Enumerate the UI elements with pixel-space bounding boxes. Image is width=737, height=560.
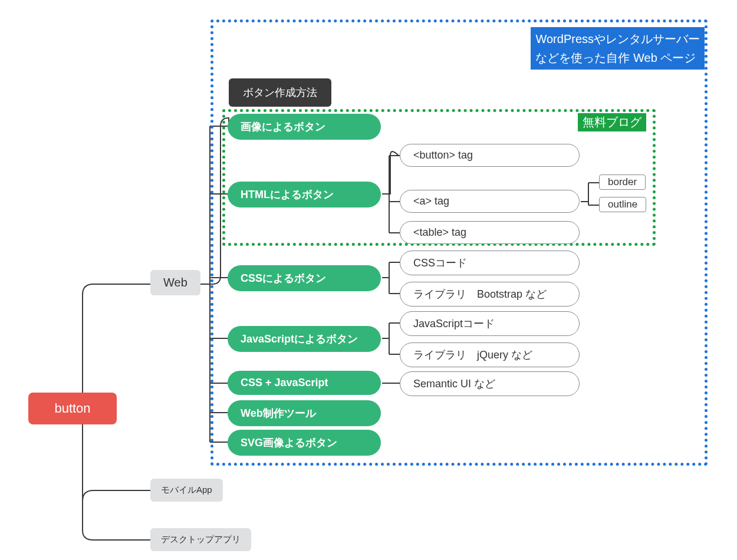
node-method-html: HTMLによるボタン (228, 182, 381, 207)
node-method-js: JavaScriptによるボタン (228, 326, 381, 352)
node-html-button-tag: <button> tag (400, 144, 580, 167)
node-html-table-tag: <table> tag (400, 221, 580, 244)
node-css-code: CSSコード (400, 251, 580, 275)
region-free-blog-label: 無料ブログ (578, 113, 646, 131)
node-js-lib: ライブラリ jQuery など (400, 342, 580, 367)
node-html-a-tag: <a> tag (400, 190, 580, 213)
blue-badge-line1: WordPressやレンタルサーバー (535, 32, 700, 45)
label-button-creation-methods: ボタン作成方法 (229, 78, 331, 107)
region-self-hosted-web-label: WordPressやレンタルサーバー などを使った自作 Web ページ (531, 27, 705, 70)
node-method-image: 画像によるボタン (228, 114, 381, 140)
node-method-css: CSSによるボタン (228, 265, 381, 291)
node-mobile-app: モバイルApp (150, 479, 223, 502)
node-method-svg: SVG画像よるボタン (228, 430, 381, 456)
node-desktop-app: デスクトップアプリ (150, 528, 251, 551)
blue-badge-line2: などを使った自作 Web ページ (535, 51, 696, 64)
node-a-outline: outline (599, 197, 646, 212)
node-root-button: button (28, 393, 117, 424)
node-web: Web (150, 270, 200, 295)
node-a-border: border (599, 174, 646, 190)
node-cssjs-semantic: Semantic UI など (400, 371, 580, 396)
node-css-lib: ライブラリ Bootstrap など (400, 282, 580, 307)
node-js-code: JavaScriptコード (400, 311, 580, 336)
node-method-tool: Web制作ツール (228, 400, 381, 426)
node-method-cssjs: CSS + JavaScript (228, 371, 381, 395)
